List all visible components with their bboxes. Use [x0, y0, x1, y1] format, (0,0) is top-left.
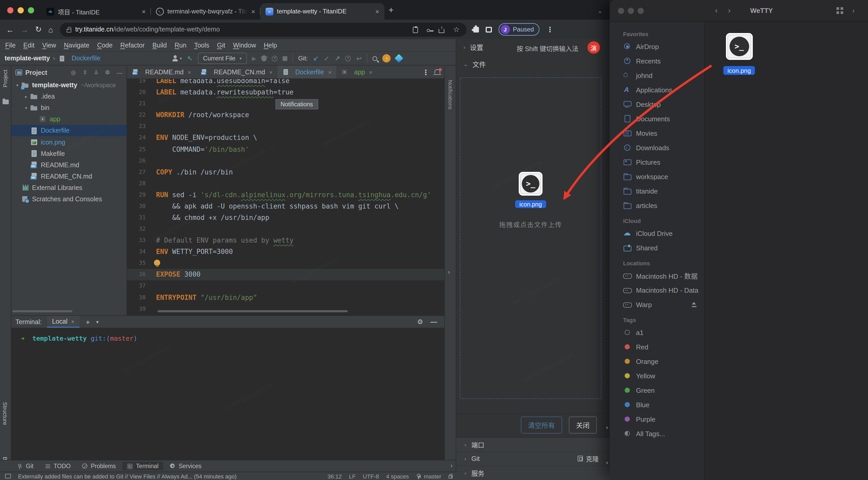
tree-expander-icon[interactable]: ▾ — [23, 106, 29, 110]
sidebar-item-warp[interactable]: Warp — [610, 297, 704, 312]
breadcrumb-project[interactable]: template-wetty — [5, 55, 50, 62]
forward-button[interactable]: → — [21, 25, 28, 34]
intention-bulb-icon[interactable] — [154, 260, 160, 266]
maximize-window-button[interactable] — [28, 7, 34, 13]
sidebar-item-articles[interactable]: articles — [610, 198, 704, 213]
run-button[interactable]: ▶ — [252, 55, 256, 62]
sidebar-item-blue[interactable]: Blue — [610, 398, 704, 412]
sidebar-item-pictures[interactable]: Pictures — [610, 155, 704, 169]
tool-tab-git[interactable]: Git — [12, 462, 38, 470]
tool-tab-services[interactable]: Services — [165, 462, 206, 470]
browser-menu-icon[interactable]: ⋮ — [547, 25, 554, 34]
code-line-26[interactable]: 26 — [127, 155, 444, 166]
sidebar-item-shared[interactable]: Shared — [610, 241, 704, 255]
expand-chevron-icon[interactable]: › — [606, 424, 608, 431]
menu-item-help[interactable]: Help — [264, 41, 277, 49]
load-changes-icon[interactable]: ↖ — [187, 55, 193, 62]
upload-dropzone[interactable]: icon.png 拖拽或点击文件上传 — [460, 77, 601, 399]
menu-item-refactor[interactable]: Refactor — [120, 41, 145, 49]
new-tab-button[interactable]: + — [389, 5, 394, 15]
icon-png-thumbnail[interactable] — [726, 33, 752, 60]
close-tab-icon[interactable]: × — [369, 69, 373, 75]
expand-chevron-icon[interactable]: › — [451, 473, 452, 479]
tree-expander-icon[interactable]: ▸ — [23, 94, 29, 99]
tab-search-icon[interactable]: ⌄ — [598, 8, 602, 14]
section-git[interactable]: ›Git克隆 — [456, 452, 610, 466]
menu-item-window[interactable]: Window — [233, 41, 256, 49]
structure-tool-button[interactable]: Structure — [2, 402, 8, 425]
menu-item-code[interactable]: Code — [97, 41, 113, 49]
code-line-24[interactable]: 24ENV NODE_ENV=production \ — [127, 132, 444, 143]
profiler-button[interactable] — [272, 56, 277, 61]
tree-item-app[interactable]: app — [11, 114, 127, 125]
code-line-31[interactable]: 31 && chmod +x /usr/bin/app — [127, 212, 444, 223]
tree-item-readme-cn-md[interactable]: README_CN.md — [11, 171, 127, 182]
home-button[interactable]: ⌂ — [48, 25, 53, 34]
sidebar-item-green[interactable]: Green — [610, 383, 704, 398]
tool-tab-todo[interactable]: TODO — [40, 462, 75, 470]
sidebar-item-recents[interactable]: Recents — [610, 54, 704, 68]
password-manager-icon[interactable] — [427, 29, 430, 32]
terminal-settings-icon[interactable]: ⚙ — [417, 318, 423, 326]
close-tab-icon[interactable]: × — [251, 7, 255, 15]
menu-item-tools[interactable]: Tools — [194, 41, 209, 49]
menu-item-edit[interactable]: Edit — [23, 41, 34, 49]
expand-panel-icon[interactable]: › — [448, 269, 450, 275]
sidebar-item-titanide[interactable]: titanide — [610, 184, 704, 198]
finder-forward-icon[interactable]: › — [728, 6, 731, 14]
notifications-bell-icon[interactable] — [435, 69, 440, 74]
tree-item-icon-png[interactable]: icon.png — [11, 137, 127, 148]
code-line-37[interactable]: 37 — [127, 280, 444, 292]
expand-chevron-icon[interactable]: › — [606, 459, 608, 466]
code-line-22[interactable]: 22WORKDIR /root/workspace — [127, 109, 444, 121]
menu-item-run[interactable]: Run — [175, 41, 187, 49]
project-panel-hscrollbar[interactable] — [12, 310, 72, 312]
terminal-dropdown-icon[interactable]: ▾ — [96, 319, 98, 324]
close-tab-icon[interactable]: × — [188, 69, 191, 75]
menu-item-view[interactable]: View — [42, 41, 56, 49]
indent-setting[interactable]: 4 spaces — [386, 473, 409, 479]
code-line-30[interactable]: 30 && apk add -U openssh-client sshpass … — [127, 201, 444, 212]
close-window-button[interactable] — [7, 7, 13, 13]
sidebar-item-orange[interactable]: Orange — [610, 354, 704, 369]
address-bar[interactable]: try.titanide.cn/ide/web/coding/template-… — [60, 23, 466, 36]
clone-button[interactable]: 克隆 — [578, 454, 599, 464]
project-tool-button[interactable]: Project — [2, 70, 8, 88]
close-icon[interactable]: × — [71, 318, 74, 324]
save-page-icon[interactable] — [413, 27, 418, 33]
side-panel-icon[interactable] — [486, 27, 492, 33]
tree-expander-icon[interactable]: ▾ — [14, 83, 20, 88]
sidebar-item-workspace[interactable]: workspace — [610, 169, 704, 184]
code-line-25[interactable]: 25 COMMAND='/bin/bash' — [127, 143, 444, 155]
tree-item-scratches-and-consoles[interactable]: Scratches and Consoles — [11, 194, 127, 205]
minimize-panel-icon[interactable]: — — [430, 318, 437, 326]
menu-item-git[interactable]: Git — [217, 41, 225, 49]
tree-item-external-libraries[interactable]: External Libraries — [11, 182, 127, 194]
profile-chip[interactable]: J Paused — [498, 23, 539, 36]
editor-tab-dockerfile[interactable]: Dockerfile× — [277, 66, 336, 78]
editor-tab-readme-cn-md[interactable]: README_CN.md× — [196, 66, 277, 78]
editor-tabs-menu-icon[interactable]: ⋮ — [422, 68, 429, 76]
sidebar-item-applications[interactable]: Applications — [610, 82, 704, 97]
sidebar-item-downloads[interactable]: Downloads — [610, 140, 704, 155]
demo-ime-badge[interactable]: 演 — [587, 41, 600, 54]
menu-item-file[interactable]: File — [5, 41, 16, 49]
browser-tab[interactable]: ‹t›项目 - TitanIDE× — [41, 3, 151, 20]
sidebar-item-a1[interactable]: a1 — [610, 325, 704, 340]
code-line-36[interactable]: 36EXPOSE 3000 — [127, 269, 444, 280]
finder-file-name[interactable]: icon.png — [723, 66, 755, 75]
view-grid-icon[interactable] — [836, 7, 843, 14]
terminal-tab-local[interactable]: Local× — [47, 316, 80, 328]
caret-position[interactable]: 36:12 — [328, 473, 342, 479]
breadcrumb-file[interactable]: Dockerfile — [71, 55, 100, 62]
section-端口[interactable]: ›端口 — [456, 438, 610, 452]
finder-file[interactable]: icon.png — [723, 33, 755, 75]
clear-all-button[interactable]: 清空所有 — [521, 416, 562, 434]
code-line-35[interactable]: 35 — [127, 258, 444, 269]
panel-settings-icon[interactable]: ⚙ — [105, 69, 110, 76]
editor-tab-app[interactable]: app× — [336, 66, 377, 78]
uploaded-file-name[interactable]: icon.png — [516, 200, 546, 208]
tool-tab-terminal[interactable]: Terminal — [123, 462, 163, 470]
minimize-window-button[interactable] — [628, 8, 634, 14]
search-everywhere-icon[interactable] — [373, 56, 377, 61]
